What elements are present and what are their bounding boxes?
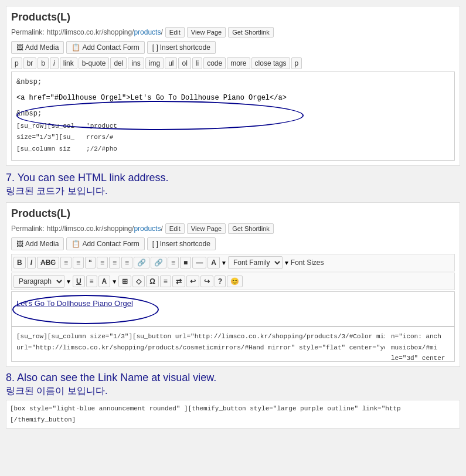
unordered-list-btn[interactable]: ≡ xyxy=(60,257,72,268)
media-icon-bottom: 🖼 xyxy=(16,240,23,248)
justify-btn[interactable]: ≡ xyxy=(86,276,97,287)
edit-button-top[interactable]: Edit xyxy=(165,27,185,38)
outdent-btn[interactable]: ⇄ xyxy=(172,276,185,287)
undo-btn[interactable]: ↩ xyxy=(186,276,199,287)
step8-text: 8. Also can see the Link Name at visual … xyxy=(6,372,460,397)
fmt-p2[interactable]: p xyxy=(291,57,302,69)
bottom-shortcode: [box style="light-blue announcement roun… xyxy=(6,400,460,429)
add-media-button-bottom[interactable]: 🖼 Add Media xyxy=(11,237,64,250)
shortcode-row2b: rrors/# xyxy=(86,132,117,143)
shortcode-icon-bottom: [ ] xyxy=(152,240,158,248)
fmt-b[interactable]: b xyxy=(38,57,49,69)
get-shortlink-button-bottom[interactable]: Get Shortlink xyxy=(228,223,274,234)
special-chars-btn[interactable]: Ω xyxy=(146,276,159,287)
bottom-editor-title: Products(L) xyxy=(11,208,455,220)
fmt-del[interactable]: del xyxy=(110,57,127,69)
fmt-code[interactable]: code xyxy=(203,57,226,69)
add-contact-form-button-bottom[interactable]: 📋 Add Contact Form xyxy=(66,237,144,250)
nbsp-line1: &nbsp; xyxy=(16,77,450,88)
fmt-ol[interactable]: ol xyxy=(178,57,191,69)
align-center-btn[interactable]: ≡ xyxy=(109,257,120,268)
fmt-ul[interactable]: ul xyxy=(165,57,177,69)
fmt-link[interactable]: link xyxy=(60,57,77,69)
paragraph-arrow: ▼ xyxy=(66,278,72,285)
insert-more-btn[interactable]: ≡ xyxy=(168,257,179,268)
ordered-list-btn[interactable]: ≡ xyxy=(73,257,84,268)
shortcode-row3: [su_column siz xyxy=(16,144,74,155)
top-permalink-bar: Permalink: http://limsco.co.kr/shopping/… xyxy=(11,27,455,38)
blockquote-btn[interactable]: “ xyxy=(85,257,96,268)
bottom-code-right3: le="3d" center xyxy=(391,353,450,362)
fmt-ins[interactable]: ins xyxy=(128,57,144,69)
code-line-container: <a href="#Dollhouse Orgel">Let's Go To D… xyxy=(16,88,287,108)
shortcode-left: [su_row][su_col size="1/3"][su_ [su_colu… xyxy=(16,120,74,156)
bottom-code-area: [su_row][su_column size="1/3"][su_button… xyxy=(11,327,455,362)
bottom-permalink-bar: Permalink: http://limsco.co.kr/shopping/… xyxy=(11,223,455,234)
top-content-area: &nbsp; <a href="#Dollhouse Orgel">Let's … xyxy=(11,72,455,161)
view-page-button-top[interactable]: View Page xyxy=(187,27,226,38)
permalink-label-bottom: Permalink: xyxy=(11,225,45,233)
align-right-btn[interactable]: ≡ xyxy=(121,257,132,268)
media-icon: 🖼 xyxy=(16,43,23,52)
divider-btn[interactable]: — xyxy=(192,257,206,268)
add-media-button-top[interactable]: 🖼 Add Media xyxy=(11,41,64,54)
table-btn[interactable]: ⊞ xyxy=(118,276,131,287)
fmt-p[interactable]: p xyxy=(11,57,22,69)
redo-btn[interactable]: ↪ xyxy=(200,276,213,287)
font-family-select[interactable]: Font Family xyxy=(228,256,283,269)
insert-shortcode-button-top[interactable]: [ ] Insert shortcode xyxy=(147,41,216,54)
top-editor-content[interactable]: &nbsp; <a href="#Dollhouse Orgel">Let's … xyxy=(11,72,455,161)
step7-kr: 링크된 코드가 보입니다. xyxy=(6,185,460,198)
italic-btn[interactable]: I xyxy=(27,257,36,268)
get-shortlink-button-top[interactable]: Get Shortlink xyxy=(228,27,274,38)
fmt-more[interactable]: more xyxy=(227,57,250,69)
paragraph-select[interactable]: Paragraph xyxy=(13,275,64,288)
contact-form-icon-top: 📋 xyxy=(72,43,80,52)
visual-content[interactable]: Let's Go To Dollhouse Piano Orgel xyxy=(11,291,455,327)
fmt-img[interactable]: img xyxy=(145,57,164,69)
view-page-button-bottom[interactable]: View Page xyxy=(187,223,226,234)
link-btn[interactable]: 🔗 xyxy=(134,257,149,268)
top-editor-panel: Products(L) Permalink: http://limsco.co.… xyxy=(6,6,460,166)
fmt-br[interactable]: br xyxy=(23,57,37,69)
font-color-arrow: ▼ xyxy=(111,278,117,285)
bottom-code-right1: n="icon: anch xyxy=(391,332,450,342)
bottom-code-left: [su_row][su_column size="1/3"][su_button… xyxy=(16,331,385,362)
clear-btn[interactable]: ◇ xyxy=(132,276,145,287)
emoji-btn[interactable]: 😊 xyxy=(227,276,243,287)
unlink-btn[interactable]: 🔗 xyxy=(151,257,166,268)
align-left-btn[interactable]: ≡ xyxy=(97,257,108,268)
add-contact-form-button-top[interactable]: 📋 Add Contact Form xyxy=(66,41,144,54)
text-color-btn[interactable]: A xyxy=(208,257,220,268)
contact-form-icon-bottom: 📋 xyxy=(72,240,80,248)
shortcode-final-line2: [/themify_button] xyxy=(10,415,456,425)
step7-en: 7. You can see HTML link address. xyxy=(6,172,460,184)
shortcode-row3b: ;/2/#pho xyxy=(86,144,117,155)
fmt-i[interactable]: i xyxy=(50,57,59,69)
fmt-li[interactable]: li xyxy=(192,57,202,69)
font-sizes-label: Font Sizes xyxy=(291,259,324,267)
bottom-code-line2: url="http://limsco.co.kr/shopping/produc… xyxy=(16,343,385,353)
step8-kr: 링크된 이름이 보입니다. xyxy=(6,385,460,397)
nbsp-line2: &nbsp; xyxy=(16,108,450,120)
permalink-label: Permalink: xyxy=(11,28,45,36)
fullscreen-btn[interactable]: ■ xyxy=(180,257,191,268)
bottom-code-rows: [su_row][su_column size="1/3"][su_button… xyxy=(16,331,450,362)
shortcode-final-line1: [box style="light-blue announcement roun… xyxy=(10,404,456,414)
wysiwyg-toolbar-row2: Paragraph ▼ U ≡ A ▼ ⊞ ◇ Ω ≡ ⇄ ↩ ↪ ? 😊 xyxy=(11,273,455,290)
top-toolbar-row: 🖼 Add Media 📋 Add Contact Form [ ] Inser… xyxy=(11,41,455,54)
insert-shortcode-button-bottom[interactable]: [ ] Insert shortcode xyxy=(147,237,216,250)
visual-link[interactable]: Let's Go To Dollhouse Piano Orgel xyxy=(16,299,133,308)
font-color-btn2[interactable]: A xyxy=(98,276,111,287)
abc-btn[interactable]: ABC xyxy=(37,257,59,268)
shortcode-icon-top: [ ] xyxy=(152,43,158,52)
visual-content-wrapper: Let's Go To Dollhouse Piano Orgel xyxy=(11,291,455,327)
underline-btn[interactable]: U xyxy=(73,276,85,287)
bold-btn[interactable]: B xyxy=(13,257,26,268)
fmt-close-tags[interactable]: close tags xyxy=(251,57,290,69)
bottom-code-right2: musicbox/#mi xyxy=(391,343,450,353)
help-btn[interactable]: ? xyxy=(215,276,226,287)
indent-btn[interactable]: ≡ xyxy=(160,276,171,287)
edit-button-bottom[interactable]: Edit xyxy=(165,223,185,234)
fmt-bquote[interactable]: b-quote xyxy=(79,57,110,69)
